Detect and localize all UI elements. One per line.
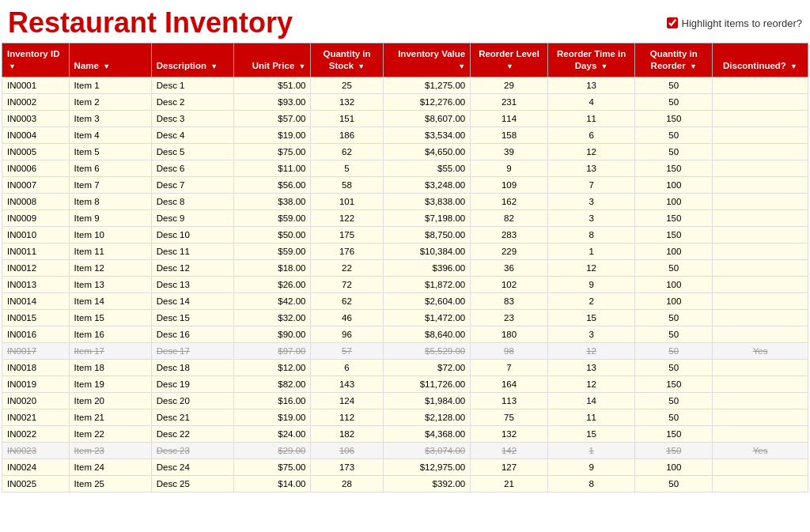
- col-header-discontinued[interactable]: Discontinued? ▼: [713, 43, 808, 77]
- cell-qty_reorder: 50: [635, 143, 713, 160]
- cell-price: $18.00: [233, 259, 311, 276]
- cell-reorder_level: 283: [471, 226, 548, 243]
- cell-discontinued: [713, 359, 808, 375]
- col-header-qty_reorder[interactable]: Quantity in Reorder ▼: [635, 43, 713, 77]
- cell-name: Item 7: [69, 176, 151, 193]
- table-row: IN0003Item 3Desc 3$57.00151$8,607.001141…: [2, 110, 808, 126]
- cell-name: Item 11: [69, 243, 151, 259]
- cell-reorder_level: 75: [471, 409, 548, 425]
- cell-qty_stock: 186: [311, 126, 383, 143]
- cell-reorder_time: 11: [547, 110, 635, 126]
- cell-id: IN0024: [2, 458, 70, 475]
- cell-discontinued: Yes: [713, 342, 808, 359]
- highlight-label[interactable]: Highlight items to reorder?: [682, 17, 802, 29]
- cell-reorder_time: 3: [547, 193, 635, 209]
- cell-inv_value: $1,472.00: [383, 309, 471, 326]
- cell-qty_reorder: 50: [635, 359, 713, 375]
- table-row: IN0009Item 9Desc 9$59.00122$7,198.008231…: [2, 209, 808, 226]
- cell-price: $75.00: [233, 143, 311, 160]
- cell-reorder_time: 4: [547, 93, 635, 110]
- col-header-price[interactable]: Unit Price ▼: [233, 43, 311, 77]
- table-row: IN0014Item 14Desc 14$42.0062$2,604.00832…: [2, 292, 808, 309]
- filter-arrow-qty_reorder[interactable]: ▼: [690, 62, 697, 72]
- cell-desc: Desc 6: [151, 160, 233, 176]
- cell-name: Item 25: [69, 475, 151, 492]
- cell-discontinued: [713, 309, 808, 326]
- col-header-reorder_level[interactable]: Reorder Level ▼: [471, 43, 548, 77]
- col-header-desc[interactable]: Description ▼: [151, 43, 233, 77]
- cell-id: IN0015: [2, 309, 70, 326]
- cell-reorder_level: 82: [471, 209, 548, 226]
- cell-name: Item 2: [69, 93, 151, 110]
- cell-qty_stock: 72: [311, 276, 383, 292]
- cell-reorder_level: 113: [471, 392, 548, 409]
- cell-inv_value: $7,198.00: [383, 209, 471, 226]
- cell-qty_stock: 28: [311, 475, 383, 492]
- cell-inv_value: $3,074.00: [383, 442, 471, 458]
- cell-inv_value: $12,975.00: [383, 458, 471, 475]
- cell-discontinued: [713, 193, 808, 209]
- col-header-qty_stock[interactable]: Quantity in Stock ▼: [311, 43, 383, 77]
- inventory-table-container: Inventory ID ▼Name ▼Description ▼Unit Pr…: [0, 43, 810, 492]
- cell-inv_value: $392.00: [383, 475, 471, 492]
- col-header-reorder_time[interactable]: Reorder Time in Days ▼: [547, 43, 635, 77]
- cell-qty_reorder: 100: [635, 176, 713, 193]
- app-header: Restaurant Inventory Highlight items to …: [0, 0, 810, 43]
- cell-reorder_level: 132: [471, 425, 548, 442]
- table-row: IN0016Item 16Desc 16$90.0096$8,640.00180…: [2, 326, 808, 342]
- highlight-checkbox[interactable]: [667, 17, 678, 28]
- cell-name: Item 10: [69, 226, 151, 243]
- cell-id: IN0006: [2, 160, 70, 176]
- cell-reorder_level: 83: [471, 292, 548, 309]
- cell-price: $59.00: [233, 243, 311, 259]
- filter-arrow-price[interactable]: ▼: [299, 62, 306, 72]
- cell-inv_value: $8,607.00: [383, 110, 471, 126]
- cell-reorder_time: 9: [547, 458, 635, 475]
- cell-price: $38.00: [233, 193, 311, 209]
- cell-qty_stock: 5: [311, 160, 383, 176]
- filter-arrow-inv_value[interactable]: ▼: [458, 62, 465, 72]
- highlight-reorder-row: Highlight items to reorder?: [667, 17, 802, 29]
- cell-reorder_time: 13: [547, 359, 635, 375]
- cell-name: Item 1: [69, 77, 151, 93]
- cell-price: $16.00: [233, 392, 311, 409]
- cell-desc: Desc 12: [151, 259, 233, 276]
- cell-qty_reorder: 100: [635, 276, 713, 292]
- cell-qty_reorder: 50: [635, 326, 713, 342]
- cell-qty_reorder: 150: [635, 375, 713, 392]
- cell-reorder_level: 180: [471, 326, 548, 342]
- table-row: IN0025Item 25Desc 25$14.0028$392.0021850: [2, 475, 808, 492]
- filter-arrow-reorder_level[interactable]: ▼: [506, 62, 513, 72]
- cell-discontinued: [713, 209, 808, 226]
- cell-name: Item 22: [69, 425, 151, 442]
- filter-arrow-name[interactable]: ▼: [103, 62, 110, 72]
- cell-qty_reorder: 50: [635, 392, 713, 409]
- cell-qty_reorder: 50: [635, 342, 713, 359]
- cell-price: $19.00: [233, 126, 311, 143]
- filter-arrow-reorder_time[interactable]: ▼: [600, 62, 608, 72]
- cell-price: $32.00: [233, 309, 311, 326]
- cell-qty_stock: 62: [311, 292, 383, 309]
- cell-discontinued: [713, 458, 808, 475]
- cell-price: $26.00: [233, 276, 311, 292]
- cell-qty_stock: 25: [311, 77, 383, 93]
- cell-discontinued: [713, 326, 808, 342]
- cell-reorder_level: 9: [471, 160, 548, 176]
- cell-inv_value: $8,640.00: [383, 326, 471, 342]
- cell-id: IN0001: [2, 77, 70, 93]
- col-header-id[interactable]: Inventory ID ▼: [2, 43, 70, 77]
- cell-id: IN0021: [2, 409, 70, 425]
- col-header-name[interactable]: Name ▼: [69, 43, 151, 77]
- col-header-inv_value[interactable]: Inventory Value ▼: [383, 43, 471, 77]
- filter-arrow-discontinued[interactable]: ▼: [790, 62, 797, 72]
- cell-name: Item 16: [69, 326, 151, 342]
- table-row: IN0019Item 19Desc 19$82.00143$11,726.001…: [2, 375, 808, 392]
- filter-arrow-qty_stock[interactable]: ▼: [358, 62, 365, 72]
- table-row: IN0006Item 6Desc 6$11.005$55.00913150: [2, 160, 808, 176]
- filter-arrow-desc[interactable]: ▼: [210, 62, 218, 72]
- cell-qty_reorder: 150: [635, 425, 713, 442]
- table-header: Inventory ID ▼Name ▼Description ▼Unit Pr…: [2, 43, 808, 77]
- cell-qty_stock: 101: [311, 193, 383, 209]
- filter-arrow-id[interactable]: ▼: [9, 62, 16, 72]
- cell-reorder_time: 12: [547, 143, 635, 160]
